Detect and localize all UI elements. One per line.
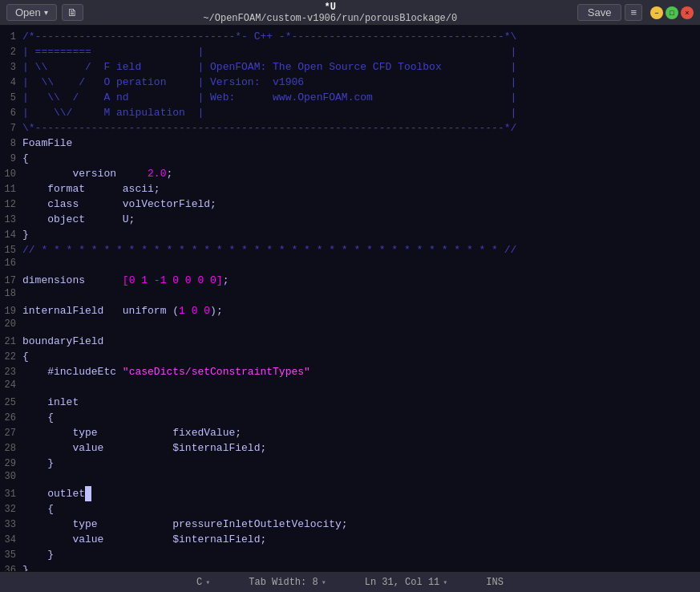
line-content[interactable]: format ascii; [22,181,700,197]
line-number: 31 [0,489,22,500]
window-buttons: − □ × [650,6,694,19]
line-number: 26 [0,412,22,424]
menu-button[interactable]: ≡ [625,4,642,21]
line-content[interactable]: type pressureInletOutletVelocity; [22,517,700,532]
line-content[interactable]: outlet [22,486,700,501]
open-label: Open [15,6,41,18]
tab-caret: ▾ [322,578,326,587]
table-row: 20 [0,318,700,334]
line-content[interactable]: { [22,151,700,166]
language-selector[interactable]: C ▾ [196,577,210,588]
table-row: 31 outlet [0,486,700,501]
table-row: 32 { [0,501,700,517]
line-content[interactable]: /*--------------------------------*- C++… [22,29,700,44]
table-row: 17dimensions [0 1 -1 0 0 0 0]; [0,273,700,288]
table-row: 14} [0,227,700,242]
line-content[interactable]: } [22,547,700,562]
line-content[interactable]: } [22,456,700,471]
line-content[interactable]: #includeEtc "caseDicts/setConstraintType… [22,364,700,379]
line-content[interactable]: boundaryField [22,334,700,349]
title-path: ~/OpenFOAM/custom-v1906/run/porousBlocka… [203,13,457,24]
line-number: 6 [0,107,22,119]
maximize-button[interactable]: □ [666,6,678,19]
line-content[interactable]: value $internalField; [22,440,700,456]
line-content[interactable]: | ========= | | [22,44,700,59]
line-content[interactable]: value $internalField; [22,532,700,547]
line-content[interactable]: } [22,562,700,571]
line-content[interactable]: // * * * * * * * * * * * * * * * * * * *… [22,242,700,257]
line-number: 2 [0,47,22,58]
line-number: 36 [0,565,22,571]
table-row: 2| ========= | | [0,44,700,59]
line-number: 22 [0,351,22,363]
line-content[interactable]: | \\ / A nd | Web: www.OpenFOAM.com | [22,90,700,105]
line-content[interactable]: inlet [22,395,700,410]
line-content[interactable]: | \\/ M anipulation | | [22,105,700,120]
table-row: 9{ [0,151,700,166]
line-number: 11 [0,184,22,195]
table-row: 13 object U; [0,212,700,227]
table-row: 5| \\ / A nd | Web: www.OpenFOAM.com | [0,90,700,105]
line-number: 33 [0,519,22,530]
save-button[interactable]: Save [577,4,622,21]
line-content[interactable]: dimensions [0 1 -1 0 0 0 0]; [22,273,700,288]
file-icon-button[interactable]: 🗎 [62,4,83,21]
line-content[interactable]: version 2.0; [22,166,700,181]
open-button[interactable]: Open ▾ [6,4,57,21]
table-row: 15// * * * * * * * * * * * * * * * * * *… [0,242,700,257]
titlebar-right: Save ≡ − □ × [577,4,694,21]
ins-label: INS [486,577,504,588]
line-number: 8 [0,138,22,149]
line-content[interactable]: { [22,410,700,425]
line-content[interactable]: | \\ / O peration | Version: v1906 | [22,75,700,90]
line-number: 28 [0,443,22,454]
line-content[interactable]: { [22,501,700,517]
table-row: 33 type pressureInletOutletVelocity; [0,517,700,532]
line-content[interactable]: type fixedValue; [22,425,700,440]
table-row: 30 [0,471,700,486]
line-content[interactable]: { [22,349,700,364]
table-row: 10 version 2.0; [0,166,700,181]
close-button[interactable]: × [681,6,694,19]
table-row: 7\*-------------------------------------… [0,120,700,136]
line-number: 21 [0,336,22,347]
table-row: 29 } [0,456,700,471]
line-content[interactable]: } [22,227,700,242]
line-content[interactable]: internalField uniform (1 0 0); [22,303,700,318]
table-row: 23 #includeEtc "caseDicts/setConstraintT… [0,364,700,379]
line-number: 13 [0,214,22,225]
table-row: 25 inlet [0,395,700,410]
table-row: 24 [0,379,700,395]
line-number: 25 [0,397,22,408]
title-modified: *U [325,2,336,13]
insert-mode[interactable]: INS [486,577,504,588]
cursor-pos-label: Ln 31, Col 11 [365,577,440,588]
line-number: 32 [0,504,22,515]
line-content[interactable]: object U; [22,212,700,227]
line-number: 12 [0,199,22,210]
line-content[interactable]: class volVectorField; [22,197,700,212]
table-row: 1/*--------------------------------*- C+… [0,29,700,44]
title-bar: Open ▾ 🗎 *U ~/OpenFOAM/custom-v1906/run/… [0,0,700,26]
table-row: 16 [0,257,700,273]
editor[interactable]: 1/*--------------------------------*- C+… [0,26,700,571]
code-area[interactable]: 1/*--------------------------------*- C+… [0,26,700,571]
tab-width-selector[interactable]: Tab Width: 8 ▾ [249,577,326,588]
line-content[interactable]: \*--------------------------------------… [22,120,700,136]
line-number: 10 [0,168,22,180]
line-number: 7 [0,123,22,134]
cursor-caret: ▾ [443,578,447,587]
line-number: 19 [0,306,22,317]
table-row: 21boundaryField [0,334,700,349]
line-number: 5 [0,92,22,103]
line-number: 20 [0,318,22,330]
line-number: 35 [0,549,22,561]
line-content[interactable]: FoamFile [22,136,700,151]
table-row: 28 value $internalField; [0,440,700,456]
table-row: 12 class volVectorField; [0,197,700,212]
minimize-button[interactable]: − [650,6,663,19]
cursor-position[interactable]: Ln 31, Col 11 ▾ [365,577,448,588]
line-content[interactable]: | \\ / F ield | OpenFOAM: The Open Sourc… [22,59,700,75]
table-row: 8FoamFile [0,136,700,151]
line-number: 30 [0,471,22,482]
